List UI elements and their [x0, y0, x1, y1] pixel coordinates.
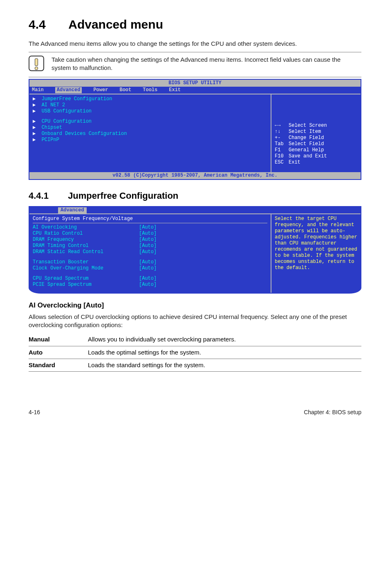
bios-menu-panel: ▶ JumperFree Configuration ▶ AI NET 2 ▶ …: [29, 94, 271, 172]
bios-tab-power: Power: [93, 87, 108, 93]
help-line: F1General Help: [275, 147, 357, 153]
bios-footer: v02.58 (C)Copyright 1985-2007, American …: [29, 172, 361, 179]
table-row: Auto Loads the optimal settings for the …: [29, 346, 361, 359]
config-row: DRAM Timing Control[Auto]: [33, 243, 267, 249]
parameter-table: Manual Allows you to individually set ov…: [29, 333, 361, 372]
help-line: ←→Select Screen: [275, 123, 357, 129]
config-row: DRAM Frequency[Auto]: [33, 237, 267, 243]
config-row: DRAM Static Read Control[Auto]: [33, 249, 267, 255]
triangle-icon: ▶: [33, 102, 42, 108]
bios-tab-exit: Exit: [169, 87, 181, 93]
menu-item: ▶ CPU Configuration: [33, 119, 267, 125]
help-line: +-Change Field: [275, 135, 357, 141]
help-line: F10Save and Exit: [275, 153, 357, 159]
bios-help-panel: Select the target CPU frequency, and the…: [271, 214, 361, 293]
menu-item: ▶ JumperFree Configuration: [33, 96, 267, 102]
chapter-label: Chapter 4: BIOS setup: [304, 408, 361, 416]
ai-overclocking-text: Allows selection of CPU overclocking opt…: [29, 313, 361, 330]
bios-tab-tools: Tools: [143, 87, 157, 93]
config-row: Clock Over-Charging Mode[Auto]: [33, 265, 267, 272]
bios-tab-main: Main: [32, 87, 44, 93]
config-row: CPU Spread Spectrum[Auto]: [33, 276, 267, 282]
bios-tab-bar: Main Advanced Power Boot Tools Exit: [29, 87, 361, 94]
triangle-icon: ▶: [33, 119, 42, 124]
help-line: ESCExit: [275, 159, 357, 166]
menu-item: ▶ AI NET 2: [33, 102, 267, 108]
param-value: Allows you to individually set overclock…: [88, 333, 361, 346]
param-value: Loads the standard settings for the syst…: [88, 359, 361, 371]
caution-text: Take caution when changing the settings …: [52, 56, 361, 72]
bios-config-panel: Configure System Frequency/Voltage AI Ov…: [29, 214, 271, 293]
menu-item: ▶ Onboard Devices Configuration: [33, 131, 267, 137]
help-line: TabSelect Field: [275, 141, 357, 147]
table-row: Standard Loads the standard settings for…: [29, 359, 361, 371]
menu-item: ▶ USB Configuration: [33, 108, 267, 114]
section-heading: 4.4 Advanced menu: [29, 16, 361, 33]
param-key: Auto: [29, 346, 88, 359]
triangle-icon: ▶: [33, 96, 42, 102]
bios-jumperfree-screenshot: Advanced Configure System Frequency/Volt…: [29, 206, 361, 294]
param-value: Loads the optimal settings for the syste…: [88, 346, 361, 359]
subsection-heading: 4.4.1 Jumperfree Configuration: [29, 190, 361, 202]
triangle-icon: ▶: [33, 131, 42, 137]
subsection-title-text: Jumperfree Configuration: [68, 191, 178, 201]
bios-setup-screenshot: BIOS SETUP UTILITY Main Advanced Power B…: [29, 79, 361, 180]
help-text: Select the target CPU frequency, and the…: [275, 216, 357, 271]
subsection-number: 4.4.1: [29, 190, 65, 202]
bios-tab-bar: Advanced: [29, 207, 361, 213]
triangle-icon: ▶: [33, 137, 42, 143]
section-title-text: Advanced menu: [68, 18, 163, 31]
page-footer: 4-16 Chapter 4: BIOS setup: [29, 408, 361, 416]
ai-overclocking-heading: AI Overclocking [Auto]: [29, 301, 361, 310]
table-row: Manual Allows you to individually set ov…: [29, 333, 361, 346]
section-number: 4.4: [29, 16, 65, 33]
bios-title-bar: BIOS SETUP UTILITY: [29, 80, 361, 87]
menu-item: ▶ PCIPnP: [33, 137, 267, 143]
bios-tab-advanced: Advanced: [58, 207, 87, 213]
panel-title: Configure System Frequency/Voltage: [33, 216, 267, 223]
warning-icon: [29, 56, 44, 71]
config-row: PCIE Spread Spectrum[Auto]: [33, 282, 267, 288]
config-row: AI Overclocking[Auto]: [33, 224, 267, 231]
divider: [29, 52, 361, 52]
bios-tab-boot: Boot: [119, 87, 131, 93]
menu-item: ▶ Chipset: [33, 125, 267, 131]
caution-note: Take caution when changing the settings …: [29, 56, 361, 72]
intro-paragraph: The Advanced menu items allow you to cha…: [29, 40, 361, 48]
divider: [29, 77, 361, 77]
bios-help-panel: ←→Select Screen ↑↓Select Item +-Change F…: [271, 94, 361, 172]
page-number: 4-16: [29, 408, 40, 416]
help-line: ↑↓Select Item: [275, 129, 357, 135]
param-key: Standard: [29, 359, 88, 371]
bios-tab-advanced: Advanced: [55, 87, 82, 93]
triangle-icon: ▶: [33, 108, 42, 114]
param-key: Manual: [29, 333, 88, 346]
config-row: CPU Ratio Control[Auto]: [33, 231, 267, 237]
triangle-icon: ▶: [33, 125, 42, 130]
config-row: Transaction Booster[Auto]: [33, 259, 267, 265]
